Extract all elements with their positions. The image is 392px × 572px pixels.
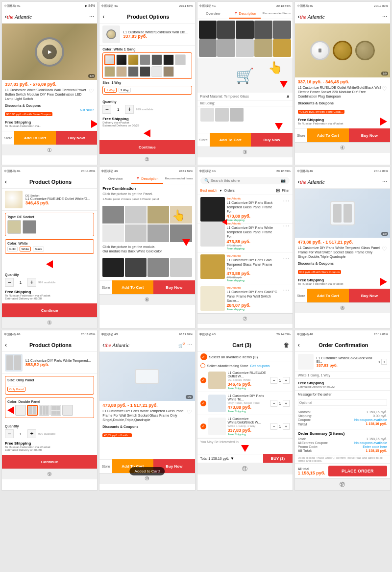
swatch-dark-2[interactable] xyxy=(140,66,150,77)
qty-minus-2[interactable]: − xyxy=(102,105,111,114)
store-btn-4[interactable]: Store xyxy=(295,128,307,142)
coupon-badge-10[interactable]: ¥5,74 руб. off with... xyxy=(102,433,132,437)
qty-plus-11-3[interactable]: + xyxy=(283,423,290,430)
camera-icon-7[interactable]: 📷 xyxy=(281,178,286,183)
cart-check-11-2[interactable] xyxy=(200,400,206,406)
filter-btn-7[interactable]: Filter xyxy=(282,189,290,192)
qty-plus-11-2[interactable]: + xyxy=(283,400,290,407)
more-7-2[interactable]: ⋯ xyxy=(283,222,290,230)
qty-plus-11-1[interactable]: + xyxy=(283,377,290,384)
size-2way-2[interactable]: 2 Way xyxy=(119,88,131,93)
filter-sep-7: ▼ xyxy=(220,189,222,192)
swatch-brown-2[interactable] xyxy=(163,66,174,77)
play-button-1[interactable] xyxy=(42,45,57,59)
get-now-1[interactable]: Get Now > xyxy=(80,108,95,111)
swatch-gold-2[interactable] xyxy=(128,54,139,65)
tab-overview-3[interactable]: Overview xyxy=(197,10,229,19)
color-white-5[interactable]: White xyxy=(20,247,31,251)
best-match-7[interactable]: Best match xyxy=(200,189,218,192)
swatch-9-5[interactable] xyxy=(62,405,73,416)
delete-icon-11[interactable]: 🗑 xyxy=(284,342,290,348)
search-input-7[interactable] xyxy=(211,178,281,183)
qty-minus-11-3[interactable]: − xyxy=(270,423,277,430)
color-label-9: Color: Double Panel xyxy=(7,400,92,403)
buy-now-8[interactable]: Buy Now xyxy=(349,289,390,302)
qty-minus-9[interactable]: − xyxy=(5,429,14,438)
qty-minus-11-2[interactable]: − xyxy=(270,400,277,407)
buy-now-6[interactable]: Buy Now xyxy=(153,280,195,294)
color-black-5[interactable]: Black xyxy=(33,247,44,251)
seller-check-11[interactable] xyxy=(200,363,205,368)
size-only-9[interactable]: Only Panel xyxy=(7,387,25,392)
more-7-1[interactable]: ⋯ xyxy=(283,197,290,205)
color-gold-5[interactable]: Gold xyxy=(7,247,18,251)
swatch-beige-2[interactable] xyxy=(104,66,115,77)
store-btn-3[interactable]: Store xyxy=(197,133,210,147)
tab-description-3[interactable]: 📍 Description xyxy=(229,10,261,19)
swatch-lgray-2[interactable] xyxy=(175,54,186,65)
orders-label-7[interactable]: Orders xyxy=(224,189,234,192)
swatch-dgray-2[interactable] xyxy=(151,54,162,65)
swatch-w2-2[interactable] xyxy=(151,66,162,77)
swatch-md-2[interactable] xyxy=(128,66,139,77)
qty-minus-5[interactable]: − xyxy=(5,278,14,287)
swatch-tan-2[interactable] xyxy=(116,66,127,77)
place-order-btn-12[interactable]: PLACE ORDER xyxy=(328,466,387,476)
swatch-9-1[interactable] xyxy=(15,405,26,416)
coupon-badge-1[interactable]: ¥36.96 руб. off with Store Coupon xyxy=(5,112,52,116)
swatch-9-4[interactable] xyxy=(50,405,61,416)
qty-plus-5[interactable]: + xyxy=(27,278,36,287)
cart-check-11-1[interactable] xyxy=(200,377,206,383)
store-btn-6[interactable]: Store xyxy=(99,280,112,294)
type-swatch-2-5[interactable] xyxy=(23,220,36,234)
continue-btn-5[interactable]: Continue xyxy=(2,303,97,317)
qty-minus-11-1[interactable]: − xyxy=(270,377,277,384)
store-btn-1[interactable]: Store xyxy=(2,131,14,145)
tab-overview-6[interactable]: Overview xyxy=(99,175,131,184)
swatch-dblack-2[interactable] xyxy=(163,54,174,65)
grid-icon-7[interactable]: ⊞ xyxy=(276,188,280,193)
type-swatch-1-5[interactable] xyxy=(7,220,21,234)
tab-recommended-6[interactable]: Recommended Items xyxy=(163,175,195,184)
coupon-badge-4[interactable]: ¥36.96 руб. off with Store Coup... xyxy=(298,110,344,114)
buy-now-3[interactable]: Buy Now xyxy=(251,133,292,147)
wishlist-icon-4[interactable]: ♡ xyxy=(382,85,387,92)
add-to-cart-4[interactable]: Add To Cart xyxy=(307,128,348,142)
cart-check-11-3[interactable] xyxy=(200,423,206,429)
store-btn-8[interactable]: Store xyxy=(295,289,307,302)
tab-description-6[interactable]: 📍 Description xyxy=(131,175,163,184)
buy-now-1[interactable]: Buy Now xyxy=(56,131,97,145)
get-coupons-11[interactable]: Get coupons xyxy=(250,364,270,368)
shipping-8: Free Shipping To Russian Federation via … xyxy=(295,276,390,287)
add-to-cart-1[interactable]: Add To Cart xyxy=(14,131,55,145)
tab-recommended-3[interactable]: Recommended Items xyxy=(261,10,293,19)
more-7-3[interactable]: ⋯ xyxy=(283,254,290,262)
add-to-cart-6[interactable]: Add To Cart xyxy=(112,280,153,294)
add-to-cart-8[interactable]: Add To Cart xyxy=(307,289,348,302)
continue-btn-2[interactable]: Continue xyxy=(99,140,195,154)
swatch-black-2[interactable] xyxy=(116,54,127,65)
swatch-white-2[interactable] xyxy=(104,54,115,65)
wishlist-10[interactable]: ♡ xyxy=(187,409,192,416)
qty-label-2: Quantity xyxy=(102,100,192,103)
swatch-9-3[interactable] xyxy=(39,405,49,416)
continue-btn-9[interactable]: Continue xyxy=(2,455,97,469)
size-1way-2[interactable]: 1 Way xyxy=(104,88,117,93)
wishlist-icon-8[interactable]: ♡ xyxy=(382,246,387,252)
add-to-cart-3[interactable]: Add To Cart xyxy=(210,133,251,147)
message-input-12[interactable] xyxy=(298,399,387,406)
qty-plus-2[interactable]: + xyxy=(125,105,134,114)
free-shipping-2: Free Shipping xyxy=(102,117,192,121)
coupon-badge-8[interactable]: ¥02 руб. off with Store Coupon xyxy=(298,270,341,274)
cart-count-10[interactable]: 🛒2 xyxy=(178,342,185,348)
check-all-11[interactable]: ✓ xyxy=(200,353,207,360)
swatch-9-2[interactable] xyxy=(27,405,38,416)
buy-btn-11[interactable]: BUY (3) xyxy=(263,454,293,463)
more-7-4[interactable]: ⋯ xyxy=(283,286,290,294)
qty-plus-9[interactable]: + xyxy=(27,429,36,438)
swatch-gray-2[interactable] xyxy=(140,54,150,65)
buy-now-4[interactable]: Buy Now xyxy=(349,128,390,142)
store-btn-10[interactable]: Store xyxy=(99,459,112,473)
qty-plus-12[interactable]: + xyxy=(381,359,387,365)
wishlist-icon-1[interactable]: ♡ xyxy=(89,88,94,95)
